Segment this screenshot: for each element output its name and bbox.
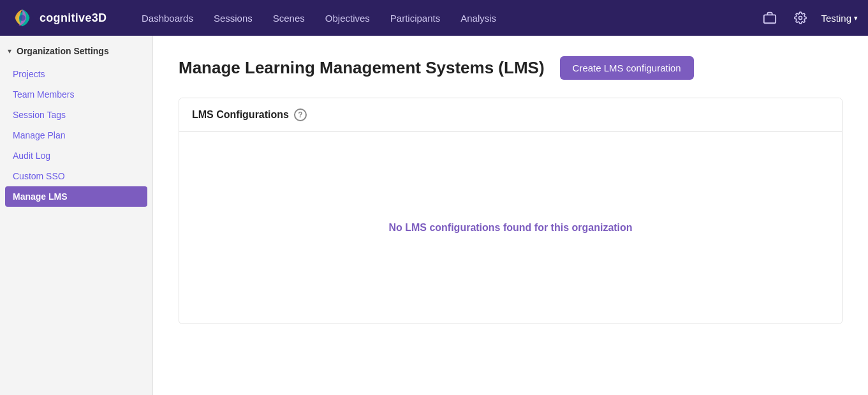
sidebar-item-projects[interactable]: Projects	[5, 64, 147, 84]
page-header: Manage Learning Management Systems (LMS)…	[179, 56, 842, 80]
workspace-caret-icon: ▾	[854, 14, 858, 22]
nav-sessions[interactable]: Sessions	[205, 8, 261, 29]
nav-dashboards[interactable]: Dashboards	[133, 8, 202, 29]
nav-scenes[interactable]: Scenes	[264, 8, 314, 29]
workspace-selector[interactable]: Testing ▾	[821, 13, 858, 24]
nav-objectives[interactable]: Objectives	[316, 8, 379, 29]
section-card-header: LMS Configurations ?	[179, 98, 842, 132]
gear-icon[interactable]	[790, 8, 811, 28]
section-card-title: LMS Configurations	[192, 109, 289, 121]
main-content: Manage Learning Management Systems (LMS)…	[153, 36, 868, 395]
sidebar-item-session-tags[interactable]: Session Tags	[5, 105, 147, 125]
svg-point-1	[19, 15, 26, 21]
briefcase-icon[interactable]	[760, 8, 780, 28]
lms-configurations-card: LMS Configurations ? No LMS configuratio…	[179, 98, 842, 324]
header-right: Testing ▾	[760, 8, 858, 28]
layout: ▾ Organization Settings Projects Team Me…	[0, 36, 868, 395]
app-header: cognitive3D Dashboards Sessions Scenes O…	[0, 0, 868, 36]
sidebar: ▾ Organization Settings Projects Team Me…	[0, 36, 153, 395]
sidebar-item-manage-plan[interactable]: Manage Plan	[5, 125, 147, 145]
create-lms-config-button[interactable]: Create LMS configuration	[560, 56, 694, 80]
help-icon[interactable]: ?	[294, 108, 307, 121]
sidebar-section-header[interactable]: ▾ Organization Settings	[0, 36, 152, 64]
workspace-label: Testing	[821, 13, 851, 24]
svg-point-4	[799, 17, 802, 20]
nav-analysis[interactable]: Analysis	[452, 8, 505, 29]
page-title: Manage Learning Management Systems (LMS)	[179, 58, 545, 78]
main-nav: Dashboards Sessions Scenes Objectives Pa…	[133, 8, 739, 29]
sidebar-item-team-members[interactable]: Team Members	[5, 84, 147, 105]
nav-participants[interactable]: Participants	[381, 8, 449, 29]
sidebar-item-manage-lms[interactable]: Manage LMS	[5, 186, 147, 207]
sidebar-section-title: Organization Settings	[17, 46, 109, 56]
svg-rect-2	[764, 15, 776, 23]
sidebar-nav: Projects Team Members Session Tags Manag…	[0, 64, 152, 207]
sidebar-item-audit-log[interactable]: Audit Log	[5, 145, 147, 166]
section-card-body: No LMS configurations found for this org…	[179, 132, 842, 324]
empty-state-message: No LMS configurations found for this org…	[388, 222, 632, 234]
logo[interactable]: cognitive3D	[10, 6, 112, 30]
sidebar-item-custom-sso[interactable]: Custom SSO	[5, 166, 147, 186]
logo-text: cognitive3D	[40, 11, 107, 25]
sidebar-chevron-icon: ▾	[8, 47, 11, 56]
logo-icon	[10, 6, 34, 30]
